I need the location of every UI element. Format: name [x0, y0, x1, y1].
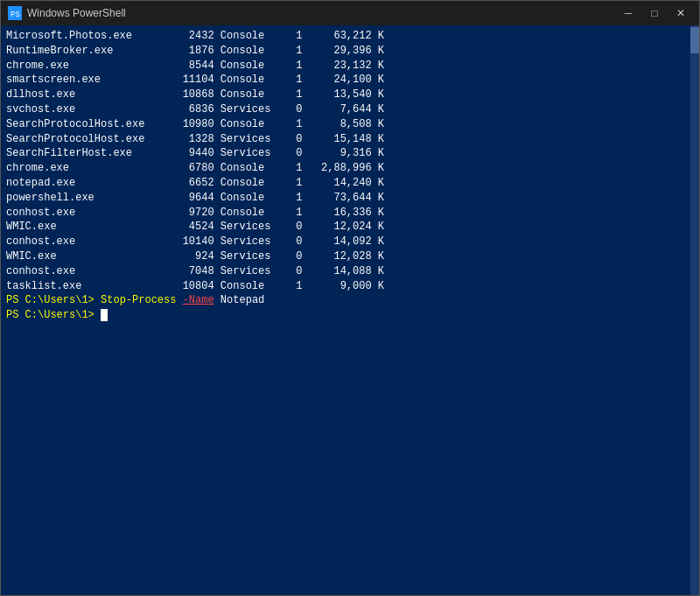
title-bar-left: PS Windows PowerShell [8, 6, 126, 20]
process-line: tasklist.exe 10804 Console 1 9,000 K [6, 279, 694, 294]
stop-process-cmd: Stop-Process [101, 294, 176, 306]
process-line: conhost.exe 10140 Services 0 14,092 K [6, 235, 694, 249]
process-line: Microsoft.Photos.exe 2432 Console 1 63,2… [6, 29, 694, 44]
process-line: RuntimeBroker.exe 1876 Console 1 29,396 … [6, 44, 694, 59]
process-line: chrome.exe 8544 Console 1 23,132 K [6, 59, 694, 74]
cmd-space [176, 294, 182, 306]
title-bar-buttons: ─ □ ✕ [617, 5, 692, 21]
process-line: conhost.exe 9720 Console 1 16,336 K [6, 206, 694, 221]
process-line: SearchFilterHost.exe 9440 Services 0 9,3… [6, 146, 694, 161]
process-line: chrome.exe 6780 Console 1 2,88,996 K [6, 161, 694, 176]
terminal-content: Microsoft.Photos.exe 2432 Console 1 63,2… [6, 29, 694, 323]
process-line: SearchProtocolHost.exe 1328 Services 0 1… [6, 132, 694, 147]
process-line: WMIC.exe 924 Services 0 12,028 K [6, 249, 694, 264]
close-button[interactable]: ✕ [669, 5, 692, 21]
command-line-1: PS C:\Users\1> Stop-Process -Name Notepa… [6, 293, 694, 308]
prompt-1: PS C:\Users\1> [6, 294, 101, 306]
window-title: Windows PowerShell [27, 7, 126, 19]
title-bar: PS Windows PowerShell ─ □ ✕ [1, 1, 699, 25]
process-line: conhost.exe 7048 Services 0 14,088 K [6, 264, 694, 279]
powershell-window: PS Windows PowerShell ─ □ ✕ Microsoft.Ph… [0, 0, 700, 596]
process-line: SearchProtocolHost.exe 10980 Console 1 8… [6, 117, 694, 132]
minimize-button[interactable]: ─ [617, 5, 640, 21]
process-line: powershell.exe 9644 Console 1 73,644 K [6, 191, 694, 206]
cmd-value: Notepad [214, 294, 265, 306]
powershell-icon: PS [8, 6, 22, 20]
process-line: WMIC.exe 4524 Services 0 12,024 K [6, 220, 694, 235]
svg-text:PS: PS [10, 11, 20, 19]
scrollbar[interactable] [690, 25, 699, 595]
process-line: dllhost.exe 10868 Console 1 13,540 K [6, 88, 694, 102]
process-line: smartscreen.exe 11104 Console 1 24,100 K [6, 73, 694, 88]
terminal-body[interactable]: Microsoft.Photos.exe 2432 Console 1 63,2… [1, 25, 699, 595]
process-line: notepad.exe 6652 Console 1 14,240 K [6, 176, 694, 191]
scrollbar-thumb[interactable] [690, 27, 699, 53]
process-line: svchost.exe 6836 Services 0 7,644 K [6, 102, 694, 117]
maximize-button[interactable]: □ [643, 5, 666, 21]
cursor [101, 309, 108, 321]
prompt-2: PS C:\Users\1> [6, 309, 101, 321]
param-name: -Name [183, 294, 214, 306]
command-line-2: PS C:\Users\1> [6, 308, 694, 323]
